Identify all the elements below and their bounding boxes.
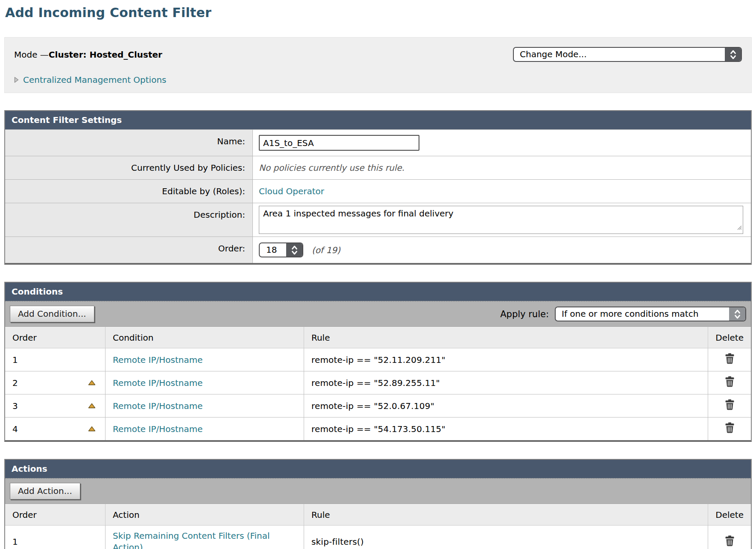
page-title: Add Incoming Content Filter	[5, 5, 752, 20]
textarea-resize-handle[interactable]	[736, 222, 742, 232]
actions-table: Order Action Rule Delete 1 Skip Remainin…	[5, 504, 751, 549]
mode-text: Mode —Cluster: Hosted_Cluster	[14, 50, 162, 60]
rule-cell: remote-ip == "54.173.50.115"	[304, 418, 708, 441]
content-filter-settings-panel: Content Filter Settings Name: Currently …	[4, 110, 752, 265]
column-header-order: Order	[5, 327, 105, 348]
rule-cell: remote-ip == "52.89.255.11"	[304, 371, 708, 394]
order-cell: 3	[5, 394, 105, 418]
actions-toolbar: Add Action...	[5, 478, 751, 504]
move-up-icon[interactable]	[88, 403, 96, 408]
content-filter-settings-title: Content Filter Settings	[5, 111, 751, 129]
order-cell: 1	[5, 348, 105, 371]
column-header-delete: Delete	[708, 327, 751, 348]
condition-link[interactable]: Remote IP/Hostname	[113, 401, 202, 411]
order-row: Order: 18 (of 19)	[5, 237, 751, 263]
condition-row: 1 Remote IP/Hostname remote-ip == "52.11…	[5, 348, 751, 371]
condition-link[interactable]: Remote IP/Hostname	[113, 378, 202, 388]
column-header-order: Order	[5, 505, 105, 526]
order-select[interactable]: 18	[259, 242, 303, 257]
add-condition-button[interactable]: Add Condition...	[10, 306, 94, 322]
apply-rule-label: Apply rule:	[500, 309, 549, 319]
condition-row: 4 Remote IP/Hostname remote-ip == "54.17…	[5, 418, 751, 441]
delete-trash-icon[interactable]	[725, 535, 735, 546]
select-stepper-icon	[729, 307, 745, 321]
actions-panel: Actions Add Action... Order Action Rule …	[4, 459, 752, 549]
condition-row: 2 Remote IP/Hostname remote-ip == "52.89…	[5, 371, 751, 394]
move-up-icon[interactable]	[88, 380, 96, 385]
delete-trash-icon[interactable]	[725, 399, 735, 410]
condition-link[interactable]: Remote IP/Hostname	[113, 424, 202, 434]
condition-row: 3 Remote IP/Hostname remote-ip == "52.0.…	[5, 394, 751, 418]
description-row: Description: Area 1 inspected messages f…	[5, 203, 751, 237]
apply-rule-selected-option: If one or more conditions match	[556, 307, 729, 321]
description-label: Description:	[5, 203, 253, 237]
delete-trash-icon[interactable]	[725, 376, 735, 387]
change-mode-selected-option: Change Mode...	[514, 48, 725, 61]
column-header-action: Action	[105, 505, 304, 526]
delete-trash-icon[interactable]	[725, 422, 735, 433]
disclosure-triangle-icon[interactable]	[14, 76, 19, 83]
actions-header-row: Order Action Rule Delete	[5, 505, 751, 526]
rule-cell: skip-filters()	[304, 526, 708, 549]
column-header-rule: Rule	[304, 327, 708, 348]
policies-row: Currently Used by Policies: No policies …	[5, 156, 751, 179]
condition-link[interactable]: Remote IP/Hostname	[113, 355, 202, 365]
name-row: Name:	[5, 129, 751, 156]
mode-label: Mode —	[14, 50, 49, 60]
add-action-button[interactable]: Add Action...	[10, 483, 80, 499]
editable-row: Editable by (Roles): Cloud Operator	[5, 179, 751, 203]
editable-label: Editable by (Roles):	[5, 180, 253, 203]
conditions-toolbar: Add Condition... Apply rule: If one or m…	[5, 301, 751, 327]
name-label: Name:	[5, 130, 253, 156]
column-header-delete: Delete	[708, 505, 751, 526]
order-cell: 1	[5, 526, 105, 549]
conditions-title: Conditions	[5, 283, 751, 301]
order-cell: 4	[5, 418, 105, 441]
conditions-header-row: Order Condition Rule Delete	[5, 327, 751, 348]
name-input[interactable]	[259, 135, 419, 151]
order-cell: 2	[5, 371, 105, 394]
conditions-panel: Conditions Add Condition... Apply rule: …	[4, 282, 752, 442]
centralized-management-options-link[interactable]: Centralized Management Options	[23, 75, 167, 85]
mode-panel: Mode —Cluster: Hosted_Cluster Change Mod…	[4, 37, 752, 93]
policies-value: No policies currently use this rule.	[259, 163, 404, 173]
rule-cell: remote-ip == "52.0.67.109"	[304, 394, 708, 418]
change-mode-select[interactable]: Change Mode...	[513, 47, 742, 62]
policies-label: Currently Used by Policies:	[5, 156, 253, 179]
actions-title: Actions	[5, 460, 751, 478]
rule-cell: remote-ip == "52.11.209.211"	[304, 348, 708, 371]
action-link[interactable]: Skip Remaining Content Filters (Final Ac…	[113, 530, 296, 549]
mode-value: Cluster: Hosted_Cluster	[49, 50, 162, 60]
apply-rule-select[interactable]: If one or more conditions match	[555, 307, 746, 321]
select-stepper-icon	[286, 243, 302, 257]
move-up-icon[interactable]	[88, 426, 96, 431]
order-selected-option: 18	[260, 243, 286, 257]
action-row: 1 Skip Remaining Content Filters (Final …	[5, 526, 751, 549]
editable-roles-link[interactable]: Cloud Operator	[259, 186, 324, 196]
select-stepper-icon	[725, 48, 741, 61]
delete-trash-icon[interactable]	[725, 353, 735, 364]
description-textarea[interactable]: Area 1 inspected messages for final deli…	[259, 206, 743, 234]
order-label: Order:	[5, 237, 253, 263]
conditions-table: Order Condition Rule Delete 1 Remote IP/…	[5, 327, 751, 440]
column-header-condition: Condition	[105, 327, 304, 348]
order-total: (of 19)	[312, 245, 340, 255]
column-header-rule: Rule	[304, 505, 708, 526]
page: Add Incoming Content Filter Mode —Cluste…	[0, 0, 756, 549]
